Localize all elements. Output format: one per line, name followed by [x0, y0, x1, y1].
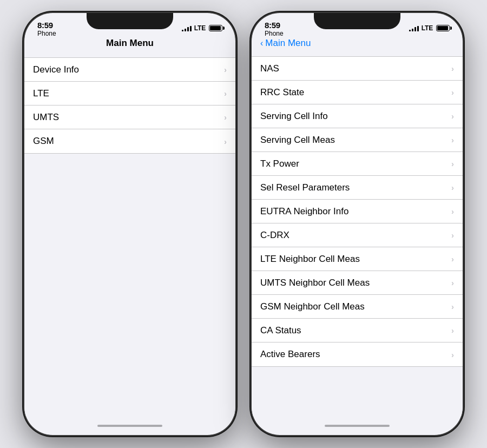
- chevron-right-icon: ›: [451, 88, 454, 97]
- notch: [87, 13, 173, 29]
- list-item[interactable]: RRC State ›: [252, 81, 463, 104]
- list-item-label: Sel Resel Parameters: [260, 182, 350, 193]
- chevron-right-icon: ›: [224, 89, 227, 98]
- back-label: Main Menu: [265, 38, 311, 49]
- list-item-label: NAS: [260, 63, 279, 74]
- list-item-label: Tx Power: [260, 159, 299, 169]
- list-item-label: C-DRX: [260, 230, 289, 241]
- chevron-right-icon: ›: [451, 350, 454, 359]
- list-item-label: LTE Neighbor Cell Meas: [260, 254, 360, 265]
- carrier-label: Phone: [37, 30, 56, 37]
- nav-area: ‹ Main Menu: [252, 37, 463, 52]
- list-item[interactable]: NAS ›: [252, 57, 463, 81]
- chevron-right-icon: ›: [451, 64, 454, 73]
- list-item-label: Device Info: [33, 64, 79, 75]
- list-item[interactable]: Serving Cell Info ›: [252, 104, 463, 128]
- submenu-group: NAS › RRC State › Serving Cell Info › Se…: [252, 56, 463, 367]
- chevron-right-icon: ›: [451, 159, 454, 168]
- list-item-label: LTE: [33, 88, 49, 99]
- list-item-label: GSM Neighbor Cell Meas: [260, 301, 365, 312]
- chevron-right-icon: ›: [451, 326, 454, 335]
- page-title: Main Menu: [33, 38, 227, 49]
- list-item[interactable]: Tx Power ›: [252, 152, 463, 176]
- list-item-label: CA Status: [260, 325, 301, 336]
- menu-list[interactable]: Device Info › LTE › UMTS › GSM ›: [24, 53, 235, 417]
- status-time: 8:59: [37, 21, 56, 30]
- list-item-label: EUTRA Neighbor Info: [260, 206, 348, 217]
- chevron-right-icon: ›: [451, 278, 454, 287]
- chevron-right-icon: ›: [451, 207, 454, 216]
- list-item-label: Active Bearers: [260, 349, 320, 360]
- notch: [314, 13, 400, 29]
- phone2: 8:59 Phone LTE ‹ Main Menu: [252, 13, 463, 435]
- page-title-bar: Main Menu: [24, 37, 235, 53]
- menu-group: Device Info › LTE › UMTS › GSM ›: [24, 57, 235, 154]
- home-bar: [325, 425, 390, 427]
- list-item[interactable]: UMTS Neighbor Cell Meas ›: [252, 271, 463, 295]
- submenu-list[interactable]: NAS › RRC State › Serving Cell Info › Se…: [252, 52, 463, 417]
- list-item-label: GSM: [33, 136, 54, 147]
- chevron-right-icon: ›: [224, 113, 227, 122]
- home-indicator: [252, 417, 463, 435]
- list-item[interactable]: CA Status ›: [252, 319, 463, 342]
- list-item[interactable]: LTE Neighbor Cell Meas ›: [252, 247, 463, 271]
- back-chevron-icon: ‹: [260, 38, 263, 48]
- battery-icon: [209, 25, 222, 31]
- signal-icon: [182, 25, 192, 31]
- list-item[interactable]: Device Info ›: [24, 58, 235, 82]
- phone1: 8:59 Phone LTE Main Menu: [24, 13, 235, 435]
- list-item[interactable]: C-DRX ›: [252, 223, 463, 247]
- list-item-label: Serving Cell Info: [260, 111, 328, 122]
- list-item[interactable]: EUTRA Neighbor Info ›: [252, 200, 463, 223]
- status-icons: LTE: [409, 24, 450, 32]
- phone2-screen: 8:59 Phone LTE ‹ Main Menu: [252, 13, 463, 435]
- home-bar: [97, 425, 162, 427]
- chevron-right-icon: ›: [451, 230, 454, 240]
- chevron-right-icon: ›: [451, 111, 454, 121]
- list-item[interactable]: UMTS ›: [24, 106, 235, 129]
- list-item[interactable]: GSM ›: [24, 129, 235, 153]
- list-item[interactable]: Serving Cell Meas ›: [252, 128, 463, 152]
- chevron-right-icon: ›: [451, 302, 454, 311]
- carrier-label: Phone: [265, 30, 284, 37]
- list-item-label: Serving Cell Meas: [260, 135, 335, 146]
- lte-icon: LTE: [194, 24, 206, 32]
- chevron-right-icon: ›: [451, 254, 454, 263]
- status-time: 8:59: [265, 21, 284, 30]
- lte-icon: LTE: [422, 24, 433, 32]
- chevron-right-icon: ›: [224, 137, 227, 146]
- status-icons: LTE: [182, 24, 222, 32]
- list-item-label: RRC State: [260, 87, 304, 98]
- list-item-label: UMTS: [33, 112, 59, 123]
- chevron-right-icon: ›: [451, 135, 454, 144]
- signal-icon: [409, 25, 419, 31]
- back-button[interactable]: ‹ Main Menu: [260, 37, 454, 50]
- list-item[interactable]: LTE ›: [24, 82, 235, 106]
- phone1-screen: 8:59 Phone LTE Main Menu: [24, 13, 235, 435]
- list-item[interactable]: Sel Resel Parameters ›: [252, 176, 463, 200]
- chevron-right-icon: ›: [451, 183, 454, 192]
- list-item[interactable]: Active Bearers ›: [252, 342, 463, 366]
- list-item-label: UMTS Neighbor Cell Meas: [260, 278, 370, 288]
- list-item[interactable]: GSM Neighbor Cell Meas ›: [252, 295, 463, 319]
- battery-icon: [436, 25, 450, 31]
- chevron-right-icon: ›: [224, 65, 227, 74]
- home-indicator: [24, 417, 235, 435]
